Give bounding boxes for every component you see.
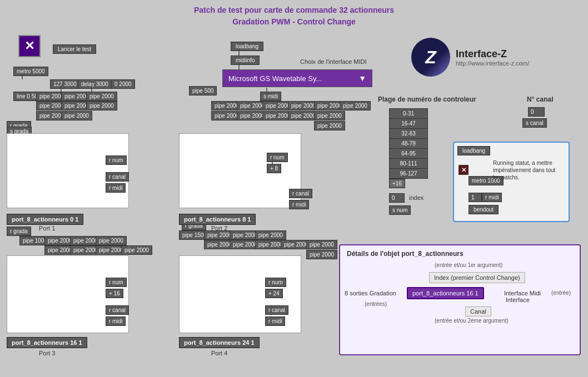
range-btn-2[interactable]: 32-63 xyxy=(389,128,428,139)
dropdown-arrow-icon: ▼ xyxy=(358,74,366,83)
s-num-box: s num xyxy=(389,205,411,215)
p3-plus16: + 16 xyxy=(106,289,123,298)
p4-r-canal: r canal xyxy=(265,305,288,315)
p1-metro: metro 5000 xyxy=(13,67,48,76)
brand-url: http://www.interface-z.com/ xyxy=(456,60,529,67)
index-label: index xyxy=(409,194,423,201)
p1-r-num: r num xyxy=(106,155,127,165)
p3-pipe4: pipe 2000 xyxy=(96,236,127,245)
p3-r-grada: r grada xyxy=(7,227,31,236)
p2-pipe9: pipe 2000 xyxy=(306,240,337,249)
p3-label: Port 3 xyxy=(39,350,55,356)
running-r-midi: r midi xyxy=(482,193,502,202)
p1-pipe8: pipe 2000 xyxy=(61,111,92,120)
range-btn-3[interactable]: 48-79 xyxy=(389,138,428,149)
details-index-label: Index (premier Control Change) xyxy=(429,272,525,283)
p4-plus24: + 24 xyxy=(265,289,283,298)
range-btn-5[interactable]: 80-111 xyxy=(389,158,428,169)
running-status-box: loadbang ✕ metro 1000 Running statut, a … xyxy=(453,142,570,222)
p4-port-box: port_8_actionneurs 24 1 xyxy=(179,337,260,348)
midi-selected-value: Microsoft GS Wavetable Sy... xyxy=(228,74,322,83)
p1-label: Port 1 xyxy=(39,225,55,232)
p4-r-midi: r midi xyxy=(265,316,285,326)
title-line2: Gradation PWM - Control Change xyxy=(0,16,588,28)
p1-r-midi: r midi xyxy=(106,183,126,193)
p1-pipe3: pipe 2000 xyxy=(86,92,117,101)
details-entrees-label: (entrées) xyxy=(365,301,387,307)
p3-r-canal: r canal xyxy=(106,305,129,315)
p2-pipe4: pipe 2000 xyxy=(255,230,286,240)
p1-delay: delay 3000 xyxy=(78,79,112,89)
range-btn-4[interactable]: 64-95 xyxy=(389,148,428,159)
x-toggle[interactable]: ✕ xyxy=(18,35,41,57)
p1-r-canal: r canal xyxy=(106,172,129,182)
details-sorties: 8 sorties Gradation xyxy=(345,290,396,296)
midi-dropdown[interactable]: Microsoft GS Wavetable Sy... ▼ xyxy=(222,69,372,87)
p2-pipe10: pipe 2000 xyxy=(306,250,337,259)
s-canal-box[interactable]: s canal xyxy=(522,118,547,128)
canal-value[interactable]: 0 xyxy=(528,107,545,117)
p1-num127: 127 3000 xyxy=(50,79,80,89)
p1-port-box: port_8_actionneurs 0 1 xyxy=(7,214,83,225)
details-box: Détails de l'objet port_8_actionneurs (e… xyxy=(339,244,581,355)
title-line1: Patch de test pour carte de commande 32 … xyxy=(0,4,588,16)
p4-label: Port 4 xyxy=(211,350,227,356)
details-interface-midi: Interface Midi xyxy=(504,290,541,296)
p3-port-box: port_8_actionneurs 16 1 xyxy=(7,337,87,348)
details-annotation-top: (entrée et/ou 1er argument) xyxy=(435,262,502,268)
p3-r-midi: r midi xyxy=(106,316,126,326)
running-bendout: bendout xyxy=(469,205,499,214)
details-interface-text: Interface xyxy=(506,296,530,303)
t-pipe11: pipe 2000 xyxy=(314,111,345,120)
t-pipe12: pipe 2000 xyxy=(314,121,345,130)
range-btn-1[interactable]: 16-47 xyxy=(389,118,428,129)
brand-name: Interface-Z xyxy=(456,48,529,60)
x16-label: +16 xyxy=(389,179,405,188)
p2-plus8: + 8 xyxy=(267,164,281,173)
interface-z-logo: Z xyxy=(411,38,450,77)
details-main-node: port_8_actionneurs 16 1 xyxy=(407,287,484,299)
details-canal: Canal xyxy=(465,306,491,316)
p2-port-box: port_8_actionneurs 8 1 xyxy=(179,214,256,225)
running-loadbang[interactable]: loadbang xyxy=(457,146,490,155)
p4-r-num: r num xyxy=(265,278,286,287)
range-btn-0[interactable]: 0-31 xyxy=(389,108,428,119)
p2-panel xyxy=(179,133,301,208)
p3-r-num: r num xyxy=(106,278,127,287)
p2-label: Port 2 xyxy=(211,225,227,232)
controller-range-title: Plage de numéro de controleur xyxy=(378,95,476,103)
lancer-test-button[interactable]: Lancer le test xyxy=(53,44,96,54)
index-value[interactable]: 0 xyxy=(389,193,405,203)
p1-num0: 0 2000 xyxy=(111,79,135,89)
midi-label: Choix de l'interface MIDI xyxy=(300,58,366,65)
p2-r-num: r num xyxy=(267,153,288,162)
p3-pipe8: pipe 2000 xyxy=(121,245,152,255)
logo-z: Z xyxy=(425,47,436,68)
s-midi-box: s midi xyxy=(260,92,281,101)
loadbang-top[interactable]: loadbang xyxy=(231,42,263,51)
p1-panel xyxy=(7,133,129,208)
running-num-1[interactable]: 1 xyxy=(469,193,482,202)
running-x-button[interactable]: ✕ xyxy=(459,165,469,175)
canal-label: N° canal xyxy=(527,95,553,103)
p1-pipe6: pipe 2000 xyxy=(86,101,117,110)
midiinfo-box: midiinfo xyxy=(231,56,260,65)
t-pipe6: pipe 2000 xyxy=(340,101,371,110)
p2-r-midi: r midi xyxy=(289,200,309,209)
details-entree-label: (entrée) xyxy=(551,290,571,296)
top-pipe500: pipe 500 xyxy=(189,86,217,95)
running-description: Running statut, a mettre impérativement … xyxy=(493,159,560,181)
details-title: Détails de l'objet port_8_actionneurs xyxy=(347,250,573,258)
details-annotation-bottom: (entrée et/ou 2ème argument) xyxy=(435,318,509,324)
p2-r-canal: r canal xyxy=(289,189,312,198)
range-btn-6[interactable]: 96-127 xyxy=(389,168,428,179)
